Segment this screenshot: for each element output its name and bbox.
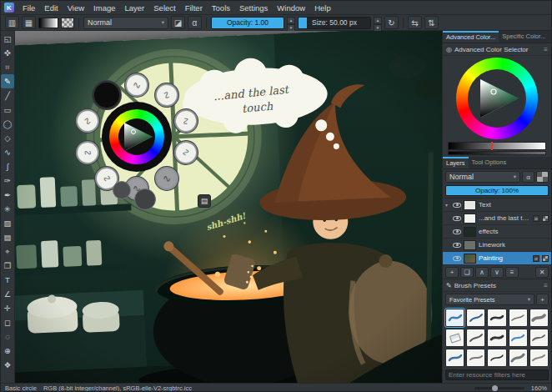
current-pattern-swatch[interactable] (61, 18, 74, 28)
tool-bezier-curve[interactable]: ∫ (1, 159, 14, 173)
reload-preset-icon[interactable]: ↻ (384, 16, 399, 29)
popup-palette-preset[interactable]: ∿ (173, 139, 199, 166)
tool-freehand-path[interactable]: ✑ (1, 173, 14, 188)
tab-specific-color-selector[interactable]: Specific Color... (499, 31, 549, 43)
sv-triangle[interactable] (118, 118, 156, 156)
add-tag-button[interactable]: + (536, 294, 549, 305)
eraser-mode-button[interactable]: ◪ (171, 16, 185, 29)
pattern-chooser-icon[interactable]: ▦ (22, 16, 36, 29)
tag-filter-select[interactable]: Favorite Presets ▾ (445, 294, 534, 305)
tool-polyline[interactable]: ∿ (1, 145, 14, 159)
inherit-alpha-toggle[interactable]: α (522, 171, 534, 183)
opacity-stepper[interactable]: ▲ ▼ (287, 17, 295, 29)
tool-transform[interactable]: ◱ (1, 32, 14, 46)
sv-triangle[interactable] (472, 73, 522, 123)
tab-tool-options[interactable]: Tool Options (469, 157, 510, 168)
popup-palette-preset[interactable]: ∿ (72, 105, 103, 136)
menu-settings[interactable]: Settings (235, 2, 272, 14)
layer-blending-mode-select[interactable]: Normal ▾ (445, 171, 520, 183)
visibility-eye-icon[interactable] (453, 216, 461, 221)
brush-preset[interactable] (529, 309, 549, 327)
inherit-alpha-icon[interactable]: α (533, 255, 539, 262)
duplicate-layer-button[interactable]: ❏ (460, 267, 474, 278)
layer-properties-button[interactable]: ≡ (505, 267, 519, 278)
layer-row-effects[interactable]: effects (443, 225, 551, 239)
move-layer-up-button[interactable]: ∧ (475, 267, 489, 278)
brush-preset[interactable] (445, 309, 464, 327)
size-stepper[interactable]: ▲ ▼ (374, 17, 382, 29)
brush-preset[interactable] (445, 349, 464, 367)
mirror-vertical-icon[interactable]: ⇅ (424, 16, 439, 29)
tool-measure[interactable]: ∠ (1, 287, 14, 301)
mirror-horizontal-icon[interactable]: ⇆ (408, 16, 422, 29)
popup-palette-preset[interactable]: ∿ (93, 81, 121, 109)
canvas[interactable]: ...and the last touch shh-shh! ∿ ∿ ∿ ∿ ∿… (15, 31, 442, 383)
current-gradient-swatch[interactable] (38, 18, 58, 28)
alpha-lock-icon[interactable] (542, 255, 549, 262)
brush-preset[interactable] (509, 349, 528, 367)
docker-config-icon[interactable]: ≡ (544, 46, 548, 53)
add-layer-button[interactable]: + (445, 267, 459, 278)
delete-layer-button[interactable]: ✕ (535, 267, 549, 278)
visibility-eye-icon[interactable] (453, 256, 461, 261)
recent-color-swatch[interactable] (113, 181, 131, 199)
brush-preset[interactable] (487, 309, 506, 327)
recent-color-swatch[interactable] (134, 188, 156, 210)
brush-preset[interactable] (466, 329, 485, 347)
layer-opacity-slider[interactable]: Opacity: 100% (445, 185, 549, 196)
tab-advanced-color-selector[interactable]: Advanced Color... (443, 31, 499, 43)
visibility-eye-icon[interactable] (453, 203, 461, 208)
popup-palette-preset[interactable]: ∿ (171, 106, 201, 136)
menu-window[interactable]: Window (273, 2, 309, 14)
popup-palette[interactable]: ∿ ∿ ∿ ∿ ∿ ∿ ∿ ∿ ∿ ∿ (53, 53, 220, 220)
tool-fill[interactable]: ▨ (1, 216, 14, 230)
tool-move[interactable]: ✜ (1, 46, 14, 60)
preserve-alpha-button[interactable]: α (188, 16, 202, 29)
brush-preset[interactable] (487, 349, 506, 367)
brush-preset[interactable] (487, 329, 506, 347)
palette-settings-button[interactable]: ▤ (198, 194, 211, 208)
tool-dynamic-brush[interactable]: ✒ (1, 188, 14, 202)
alpha-lock-icon[interactable] (542, 215, 549, 222)
brush-preset[interactable] (529, 349, 549, 367)
tab-layers[interactable]: Layers (443, 157, 469, 168)
size-slider[interactable]: Size: 50.00 px (298, 17, 371, 29)
menu-image[interactable]: Image (89, 2, 119, 14)
visibility-eye-icon[interactable] (453, 243, 461, 248)
tool-rectangle[interactable]: ▭ (1, 103, 14, 117)
move-layer-down-button[interactable]: ∨ (490, 267, 504, 278)
layer-row-bubble-text[interactable]: ...and the last to... α (443, 212, 551, 225)
lightness-slider-handle[interactable] (491, 142, 493, 150)
hue-ring[interactable] (456, 58, 538, 139)
inherit-alpha-icon[interactable]: α (533, 215, 539, 222)
popup-palette-preset[interactable]: ∿ (125, 73, 148, 97)
secondary-color-slider[interactable] (448, 151, 546, 155)
tool-line[interactable]: ╱ (1, 88, 14, 103)
lightness-slider[interactable] (448, 142, 546, 150)
layer-row-text[interactable]: ▾ Text (443, 199, 551, 212)
layer-row-painting[interactable]: Painting α (443, 252, 551, 265)
spin-up-icon[interactable]: ▲ (374, 17, 382, 24)
tool-color-sampler[interactable]: ⌖ (1, 244, 14, 259)
brush-preset[interactable] (466, 309, 485, 327)
tool-smart-patch[interactable]: ❐ (1, 259, 14, 273)
popup-palette-preset[interactable]: ∿ (72, 137, 103, 168)
blending-mode-select[interactable]: Normal ▾ (83, 17, 168, 29)
resource-filter-input[interactable] (445, 369, 549, 380)
brush-preset-eraser[interactable] (445, 329, 464, 347)
alpha-lock-toggle[interactable] (536, 171, 549, 183)
tool-ellipse[interactable]: ◯ (1, 117, 14, 131)
zoom-slider-handle[interactable] (492, 385, 498, 391)
docker-config-icon[interactable]: ≡ (544, 282, 548, 289)
menu-select[interactable]: Select (149, 2, 179, 14)
tool-crop[interactable]: ⌗ (1, 60, 14, 74)
menu-view[interactable]: View (63, 2, 88, 14)
tool-polygon[interactable]: ◇ (1, 131, 14, 145)
zoom-slider[interactable] (474, 387, 524, 389)
tool-pan[interactable]: ❖ (1, 358, 14, 372)
layer-row-linework[interactable]: Linework (443, 239, 551, 252)
menu-file[interactable]: File (18, 2, 39, 14)
group-expand-icon[interactable]: ▾ (445, 202, 450, 208)
menu-layer[interactable]: Layer (121, 2, 149, 14)
tool-multibrush[interactable]: ✳ (1, 202, 14, 216)
